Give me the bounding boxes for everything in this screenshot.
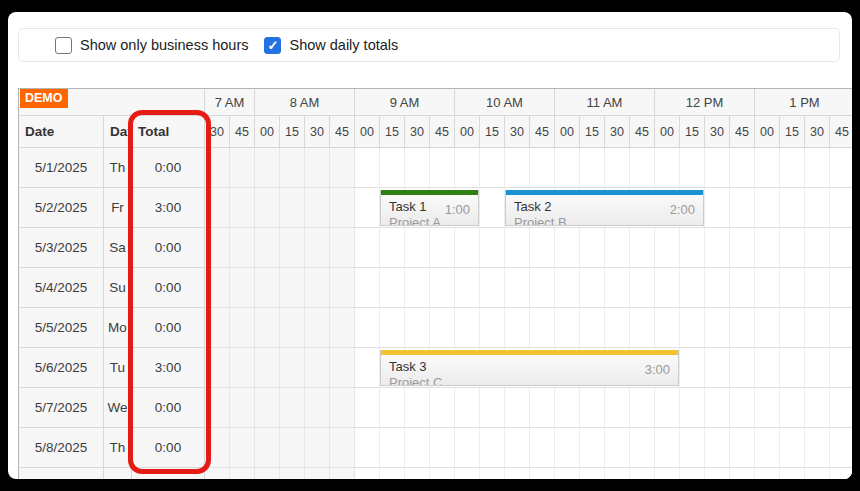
time-cell[interactable]	[630, 148, 655, 188]
time-cell[interactable]	[655, 308, 680, 348]
time-cell[interactable]	[705, 228, 730, 268]
time-cell[interactable]	[705, 348, 730, 388]
time-cell[interactable]	[305, 228, 330, 268]
time-cell[interactable]	[630, 268, 655, 308]
time-cell[interactable]	[255, 228, 280, 268]
time-cell[interactable]	[630, 308, 655, 348]
time-cell[interactable]	[530, 428, 555, 468]
time-cell[interactable]	[280, 388, 305, 428]
time-cell[interactable]	[380, 228, 405, 268]
daily-totals-checkbox-group[interactable]: ✓ Show daily totals	[264, 37, 398, 54]
time-cell[interactable]	[630, 428, 655, 468]
time-cell[interactable]	[405, 148, 430, 188]
daily-totals-checkbox[interactable]: ✓	[264, 37, 281, 54]
time-cell[interactable]	[780, 188, 805, 228]
time-cell[interactable]	[805, 268, 830, 308]
time-cell[interactable]	[555, 308, 580, 348]
time-cell[interactable]	[480, 388, 505, 428]
time-cell[interactable]	[630, 388, 655, 428]
time-cell[interactable]	[205, 188, 230, 228]
time-cell[interactable]	[280, 268, 305, 308]
time-cell[interactable]	[505, 428, 530, 468]
time-cell[interactable]	[455, 428, 480, 468]
time-cell[interactable]	[705, 148, 730, 188]
time-cell[interactable]	[780, 388, 805, 428]
time-cell[interactable]	[380, 468, 405, 479]
time-cell[interactable]	[305, 468, 330, 479]
time-cell[interactable]	[430, 268, 455, 308]
time-cell[interactable]	[530, 308, 555, 348]
time-cell[interactable]	[230, 188, 255, 228]
time-cell[interactable]	[230, 428, 255, 468]
time-cell[interactable]	[255, 468, 280, 479]
time-cell[interactable]	[230, 348, 255, 388]
time-cell[interactable]	[405, 468, 430, 479]
time-cell[interactable]	[805, 308, 830, 348]
time-cell[interactable]	[480, 228, 505, 268]
time-cell[interactable]	[605, 228, 630, 268]
time-cell[interactable]	[580, 228, 605, 268]
time-cell[interactable]	[280, 228, 305, 268]
time-cell[interactable]	[405, 228, 430, 268]
time-cell[interactable]	[755, 228, 780, 268]
time-cell[interactable]	[330, 148, 355, 188]
time-cell[interactable]	[380, 148, 405, 188]
time-cell[interactable]	[780, 308, 805, 348]
time-cell[interactable]	[430, 308, 455, 348]
time-cell[interactable]	[230, 388, 255, 428]
time-cell[interactable]	[530, 268, 555, 308]
time-cell[interactable]	[630, 228, 655, 268]
time-cell[interactable]	[455, 308, 480, 348]
time-cell[interactable]	[205, 428, 230, 468]
time-cell[interactable]	[780, 468, 805, 479]
time-cell[interactable]	[805, 388, 830, 428]
time-cell[interactable]	[805, 348, 830, 388]
time-cell[interactable]	[455, 148, 480, 188]
time-cell[interactable]	[830, 468, 852, 479]
time-cell[interactable]	[480, 468, 505, 479]
time-cell[interactable]	[730, 428, 755, 468]
time-cell[interactable]	[430, 388, 455, 428]
time-cell[interactable]	[755, 348, 780, 388]
time-cell[interactable]	[480, 268, 505, 308]
time-cell[interactable]	[455, 268, 480, 308]
time-cell[interactable]	[255, 308, 280, 348]
time-cell[interactable]	[680, 308, 705, 348]
time-cell[interactable]	[830, 148, 852, 188]
time-cell[interactable]	[205, 308, 230, 348]
time-cell[interactable]	[330, 348, 355, 388]
time-cell[interactable]	[680, 228, 705, 268]
time-cell[interactable]	[555, 268, 580, 308]
time-cell[interactable]	[355, 388, 380, 428]
time-cell[interactable]	[705, 468, 730, 479]
time-cell[interactable]	[355, 308, 380, 348]
time-cell[interactable]	[430, 428, 455, 468]
time-cell[interactable]	[805, 428, 830, 468]
time-cell[interactable]	[755, 428, 780, 468]
time-cell[interactable]	[280, 148, 305, 188]
time-cell[interactable]	[605, 428, 630, 468]
time-cell[interactable]	[555, 468, 580, 479]
time-cell[interactable]	[330, 188, 355, 228]
time-cell[interactable]	[605, 268, 630, 308]
time-cell[interactable]	[305, 348, 330, 388]
time-cell[interactable]	[505, 468, 530, 479]
time-cell[interactable]	[505, 148, 530, 188]
time-cell[interactable]	[755, 308, 780, 348]
time-cell[interactable]	[530, 468, 555, 479]
time-cell[interactable]	[405, 308, 430, 348]
time-cell[interactable]	[830, 228, 852, 268]
event[interactable]: Task 3Project C3:00	[380, 350, 679, 386]
time-cell[interactable]	[605, 388, 630, 428]
time-cell[interactable]	[330, 468, 355, 479]
time-cell[interactable]	[555, 148, 580, 188]
time-cell[interactable]	[205, 348, 230, 388]
time-cell[interactable]	[830, 188, 852, 228]
time-cell[interactable]	[255, 388, 280, 428]
time-cell[interactable]	[430, 148, 455, 188]
time-cell[interactable]	[305, 148, 330, 188]
time-cell[interactable]	[305, 268, 330, 308]
time-cell[interactable]	[705, 268, 730, 308]
time-cell[interactable]	[305, 388, 330, 428]
time-cell[interactable]	[730, 148, 755, 188]
